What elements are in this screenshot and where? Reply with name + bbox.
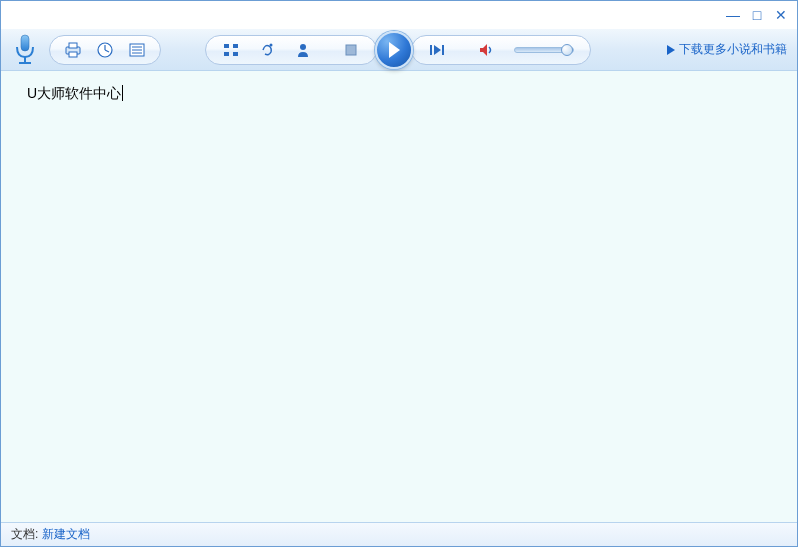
print-button[interactable]	[58, 37, 88, 63]
microphone-icon[interactable]	[7, 32, 43, 68]
play-button[interactable]	[375, 31, 413, 69]
list-icon[interactable]	[122, 37, 152, 63]
volume-icon[interactable]	[472, 37, 502, 63]
text-cursor	[122, 85, 123, 101]
svg-rect-20	[430, 45, 432, 55]
volume-thumb[interactable]	[561, 44, 573, 56]
stop-button[interactable]	[336, 37, 366, 63]
playback-right-group	[411, 35, 591, 65]
minimize-button[interactable]: —	[725, 7, 741, 23]
file-tools-group	[49, 35, 161, 65]
status-label: 文档:	[11, 526, 38, 543]
play-triangle-icon	[667, 45, 675, 55]
statusbar: 文档: 新建文档	[1, 522, 797, 546]
app-window: — □ ✕	[0, 0, 798, 547]
svg-rect-5	[69, 52, 77, 57]
svg-rect-13	[224, 44, 229, 48]
next-button[interactable]	[422, 37, 452, 63]
volume-slider[interactable]	[514, 47, 574, 53]
voice-settings-icon[interactable]	[252, 37, 282, 63]
svg-rect-19	[346, 45, 356, 55]
download-link[interactable]: 下载更多小说和书籍	[667, 41, 791, 58]
document-area[interactable]: U大师软件中心	[1, 71, 797, 522]
svg-rect-0	[21, 35, 29, 51]
titlebar: — □ ✕	[1, 1, 797, 29]
document-text: U大师软件中心	[27, 85, 121, 101]
svg-rect-4	[69, 43, 77, 48]
toolbar: 下载更多小说和书籍	[1, 29, 797, 71]
playback-controls	[205, 30, 591, 70]
svg-rect-21	[442, 45, 444, 55]
download-label: 下载更多小说和书籍	[679, 41, 787, 58]
status-document-name: 新建文档	[42, 526, 90, 543]
maximize-button[interactable]: □	[749, 7, 765, 23]
svg-point-17	[270, 43, 273, 46]
svg-point-18	[300, 44, 306, 50]
clock-icon[interactable]	[90, 37, 120, 63]
svg-rect-16	[233, 52, 238, 56]
svg-rect-15	[224, 52, 229, 56]
expand-icon[interactable]	[216, 37, 246, 63]
playback-left-group	[205, 35, 377, 65]
close-button[interactable]: ✕	[773, 7, 789, 23]
svg-rect-14	[233, 44, 238, 48]
person-icon[interactable]	[288, 37, 318, 63]
